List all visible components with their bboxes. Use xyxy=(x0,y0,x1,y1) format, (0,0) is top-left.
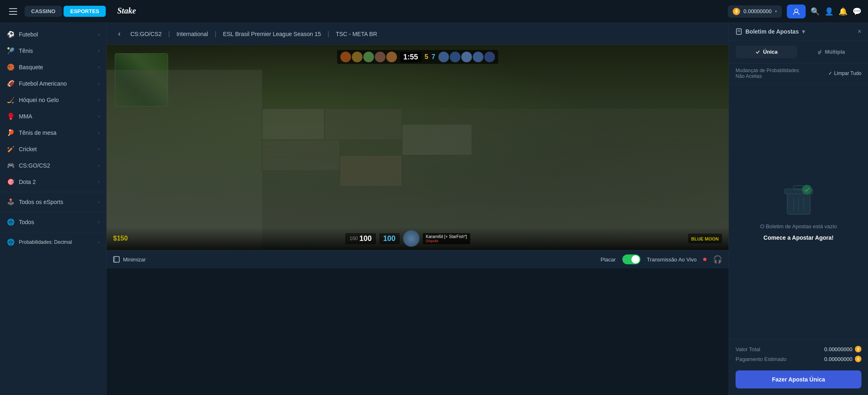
breadcrumb-sep-1: | xyxy=(168,30,170,38)
pagamento-row: Pagamento Estimado 0.00000000 ₿ xyxy=(736,356,861,362)
currency-coin: ₿ xyxy=(733,8,740,15)
prob-changes-label: Mudanças de Probabilidades Não Aceitas xyxy=(736,68,801,79)
bet-footer: Valor Total 0.00000000 ₿ Pagamento Estim… xyxy=(729,339,868,395)
sidebar-item-mma[interactable]: 🥊 MMA › xyxy=(0,108,106,125)
svg-rect-11 xyxy=(340,155,402,186)
bet-empty-state: O Boletim de Apostas está vazio Comece a… xyxy=(729,84,868,339)
controls-right: Placar Transmissão Ao Vivo 🎧 xyxy=(601,254,722,264)
chevron-icon: › xyxy=(98,219,100,225)
game-stream: 1:55 5 7 xyxy=(107,45,729,250)
chevron-icon: › xyxy=(98,199,100,205)
breadcrumb-sep-3: | xyxy=(328,30,329,38)
valor-total-value: 0.00000000 ₿ xyxy=(824,346,861,352)
breadcrumb-league[interactable]: ESL Brasil Premier League Season 15 xyxy=(223,31,321,37)
account-button[interactable]: 👤 xyxy=(825,7,834,16)
sidebar-item-csgo[interactable]: 🎮 CS:GO/CS2 › xyxy=(0,157,106,174)
valor-total-label: Valor Total xyxy=(736,346,760,352)
hoquei-icon: 🏒 xyxy=(7,96,15,104)
sidebar-item-futebol-americano[interactable]: 🏈 Futebol Americano › xyxy=(0,75,106,92)
svg-rect-8 xyxy=(324,109,402,140)
chevron-icon: › xyxy=(98,64,100,70)
futebol-icon: ⚽ xyxy=(7,30,15,39)
chat-button[interactable]: 💬 xyxy=(852,7,861,16)
betting-tabs: Única Múltipla xyxy=(729,41,868,64)
pagamento-value: 0.00000000 ₿ xyxy=(824,356,861,362)
chevron-icon: › xyxy=(98,163,100,168)
svg-rect-0 xyxy=(9,8,17,9)
bet-coin-2: ₿ xyxy=(855,356,861,362)
svg-rect-6 xyxy=(107,70,262,250)
chevron-icon: › xyxy=(98,146,100,152)
deposit-button[interactable] xyxy=(787,5,806,18)
svg-rect-13 xyxy=(114,257,115,262)
esports-icon: 🕹️ xyxy=(7,198,15,206)
prob-changes-bar: Mudanças de Probabilidades Não Aceitas ✓… xyxy=(729,64,868,84)
cricket-icon: 🏏 xyxy=(7,145,15,153)
tenis-mesa-icon: 🏓 xyxy=(7,129,15,137)
video-container: 1:55 5 7 xyxy=(107,45,729,268)
toggle-knob xyxy=(631,255,640,263)
svg-text:Stake: Stake xyxy=(117,6,136,15)
chevron-icon: › xyxy=(98,130,100,136)
search-button[interactable]: 🔍 xyxy=(811,7,820,16)
player-name: Karami6it [+ StarFish*] xyxy=(426,234,467,239)
sidebar-item-dota2[interactable]: 🎯 Dota 2 › xyxy=(0,174,106,190)
chevron-icon: › xyxy=(98,179,100,185)
placar-toggle[interactable] xyxy=(622,254,640,264)
health-armor-display: 160 100 100 Karami6it [+ StarFish*] Disp… xyxy=(345,230,470,247)
sidebar-divider-3 xyxy=(0,232,106,232)
bet-coin-1: ₿ xyxy=(855,346,861,352)
chevron-icon: › xyxy=(98,48,100,54)
minimize-button[interactable]: Minimizar xyxy=(113,256,146,263)
svg-rect-2 xyxy=(9,14,17,15)
sidebar-item-cricket[interactable]: 🏏 Cricket › xyxy=(0,141,106,157)
headphone-button[interactable]: 🎧 xyxy=(713,255,722,264)
svg-rect-10 xyxy=(262,140,340,171)
fazer-aposta-button[interactable]: Fazer Aposta Única xyxy=(736,370,861,388)
sidebar-item-todos-esports[interactable]: 🕹️ Todos os eSports › xyxy=(0,194,106,210)
cassino-tab[interactable]: CASSINO xyxy=(25,6,62,17)
sidebar-item-probabilidades[interactable]: 🌐 Probabilidades: Decimal › xyxy=(0,234,106,250)
sidebar-divider xyxy=(0,192,106,192)
live-indicator xyxy=(703,258,706,261)
hud-armor-value: 100 xyxy=(383,234,396,243)
dota2-icon: 🎯 xyxy=(7,178,15,186)
sidebar: ⚽ Futebol › 🎾 Tênis › 🏀 Basquete › 🏈 Fut… xyxy=(0,23,107,395)
betting-panel-title: Boletim de Apostas ▾ xyxy=(736,28,805,35)
chevron-icon: › xyxy=(98,97,100,103)
video-overlay: 1:55 5 7 xyxy=(107,45,729,250)
sidebar-item-basquete[interactable]: 🏀 Basquete › xyxy=(0,59,106,75)
chevron-icon: › xyxy=(98,239,100,245)
limpar-tudo-button[interactable]: ✓ Limpar Tudo xyxy=(828,70,861,76)
hamburger-button[interactable] xyxy=(7,5,20,18)
hud-health-value: 100 xyxy=(359,234,371,243)
sidebar-item-tenis-mesa[interactable]: 🏓 Tênis de mesa › xyxy=(0,125,106,141)
sidebar-item-hoquei[interactable]: 🏒 Hóquei no Gelo › xyxy=(0,92,106,108)
breadcrumb-back-button[interactable]: ‹ xyxy=(115,28,124,40)
esportes-tab[interactable]: ESPORTES xyxy=(64,6,106,17)
svg-rect-7 xyxy=(262,109,324,140)
video-controls-bar: Minimizar Placar Transmissão Ao Vivo 🎧 xyxy=(107,250,729,268)
svg-rect-9 xyxy=(402,124,472,155)
futebol-americano-icon: 🏈 xyxy=(7,79,15,88)
nav-tabs: CASSINO ESPORTES xyxy=(25,6,106,17)
notifications-button[interactable]: 🔔 xyxy=(838,7,847,16)
sidebar-item-tenis[interactable]: 🎾 Tênis › xyxy=(0,43,106,59)
site-logo: Stake xyxy=(116,5,148,18)
betting-panel-close[interactable]: × xyxy=(858,28,861,35)
tab-unica[interactable]: Única xyxy=(736,45,797,58)
tenis-icon: 🎾 xyxy=(7,47,15,55)
breadcrumb-match[interactable]: TSC - META BR xyxy=(336,31,377,37)
tab-multipla[interactable]: Múltipla xyxy=(800,45,862,58)
mma-icon: 🥊 xyxy=(7,112,15,120)
sidebar-item-futebol[interactable]: ⚽ Futebol › xyxy=(0,26,106,43)
balance-display[interactable]: ₿ 0.00000000 ▾ xyxy=(728,5,782,18)
breadcrumb-international[interactable]: International xyxy=(176,31,208,37)
betting-panel: Boletim de Apostas ▾ × Única Múltipla xyxy=(729,23,868,395)
body-layout: ⚽ Futebol › 🎾 Tênis › 🏀 Basquete › 🏈 Fut… xyxy=(0,23,868,395)
sidebar-item-todos[interactable]: 🌐 Todos › xyxy=(0,214,106,230)
breadcrumb-csgo[interactable]: CS:GO/CS2 xyxy=(130,31,162,37)
top-nav: CASSINO ESPORTES Stake ₿ 0.00000000 ▾ 🔍 … xyxy=(0,0,868,23)
svg-point-23 xyxy=(802,185,812,195)
sidebar-divider-2 xyxy=(0,212,106,212)
